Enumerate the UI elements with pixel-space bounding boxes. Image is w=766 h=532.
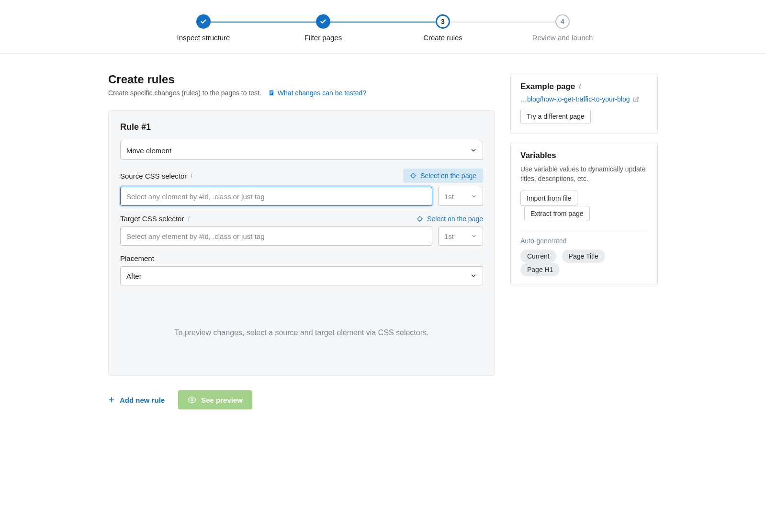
info-icon[interactable]: i: [191, 172, 192, 180]
example-page-link[interactable]: …blog/how-to-get-traffic-to-your-blog: [520, 95, 639, 103]
variable-chip[interactable]: Current: [520, 249, 556, 263]
select-on-page-source[interactable]: Select on the page: [403, 169, 483, 183]
page-title: Create rules: [108, 73, 495, 86]
variable-chip[interactable]: Page Title: [562, 249, 605, 263]
svg-rect-2: [270, 92, 273, 93]
step-label: Review and launch: [532, 34, 593, 42]
placement-select[interactable]: After: [120, 266, 483, 285]
add-new-rule-button[interactable]: Add new rule: [108, 396, 165, 404]
svg-line-17: [635, 97, 638, 100]
placement-label: Placement: [120, 254, 154, 262]
import-from-file-button[interactable]: Import from file: [520, 191, 577, 206]
rule-card: Rule #1 Move element Source CSS selector…: [108, 110, 495, 376]
plus-icon: [108, 396, 115, 403]
source-order-select[interactable]: 1st: [438, 187, 483, 206]
variable-chips: Current Page Title Page H1: [520, 249, 648, 276]
target-order-select[interactable]: 1st: [438, 226, 483, 246]
step-4[interactable]: 4 Review and launch: [503, 14, 622, 42]
target-icon: [410, 172, 417, 179]
info-icon[interactable]: i: [188, 215, 190, 223]
variables-desc: Use variable values to dynamically updat…: [520, 164, 648, 184]
auto-generated-label: Auto-generated: [520, 237, 648, 245]
svg-point-4: [411, 174, 415, 178]
target-css-input[interactable]: [120, 226, 432, 246]
see-preview-button[interactable]: See preview: [178, 390, 252, 409]
source-css-input[interactable]: [120, 187, 432, 206]
example-page-title: Example page: [520, 82, 575, 91]
step-label: Create rules: [423, 34, 462, 42]
step-label: Inspect structure: [177, 34, 230, 42]
target-icon: [417, 215, 423, 222]
source-label: Source CSS selector i: [120, 172, 192, 180]
check-icon: [320, 18, 327, 25]
extract-from-page-button[interactable]: Extract from page: [524, 206, 590, 221]
svg-rect-3: [270, 93, 272, 94]
chevron-down-icon: [471, 233, 477, 239]
select-on-page-target[interactable]: Select on the page: [417, 215, 483, 223]
step-3[interactable]: 3 Create rules: [383, 14, 503, 42]
preview-empty-message: To preview changes, select a source and …: [120, 328, 483, 337]
variables-title: Variables: [520, 151, 648, 160]
eye-icon: [188, 396, 196, 404]
example-page-card: Example page i …blog/how-to-get-traffic-…: [510, 73, 658, 134]
chevron-down-icon: [470, 147, 477, 154]
stepper: Inspect structure Filter pages 3 Create …: [0, 0, 766, 54]
step-circle-current: 3: [436, 14, 450, 29]
chevron-down-icon: [470, 272, 477, 279]
rule-type-select[interactable]: Move element: [120, 141, 483, 160]
step-2[interactable]: Filter pages: [263, 14, 383, 42]
target-label: Target CSS selector i: [120, 215, 190, 223]
check-icon: [200, 18, 207, 25]
svg-rect-1: [270, 91, 273, 92]
info-icon[interactable]: i: [579, 83, 581, 91]
variables-card: Variables Use variable values to dynamic…: [510, 142, 658, 286]
page-icon: [268, 90, 275, 96]
try-different-page-button[interactable]: Try a different page: [520, 109, 591, 124]
step-1[interactable]: Inspect structure: [144, 14, 263, 42]
svg-rect-0: [270, 91, 273, 96]
step-circle-pending: 4: [555, 14, 570, 29]
step-circle-done: [196, 14, 211, 29]
chevron-down-icon: [471, 193, 477, 199]
step-label: Filter pages: [304, 34, 342, 42]
svg-point-9: [418, 216, 422, 220]
rule-title: Rule #1: [120, 122, 483, 132]
step-circle-done: [316, 14, 330, 29]
help-link[interactable]: What changes can be tested?: [268, 89, 366, 97]
page-subtitle: Create specific changes (rules) to the p…: [108, 89, 261, 97]
external-link-icon: [633, 96, 639, 102]
svg-point-16: [191, 399, 193, 401]
variable-chip[interactable]: Page H1: [520, 263, 560, 276]
